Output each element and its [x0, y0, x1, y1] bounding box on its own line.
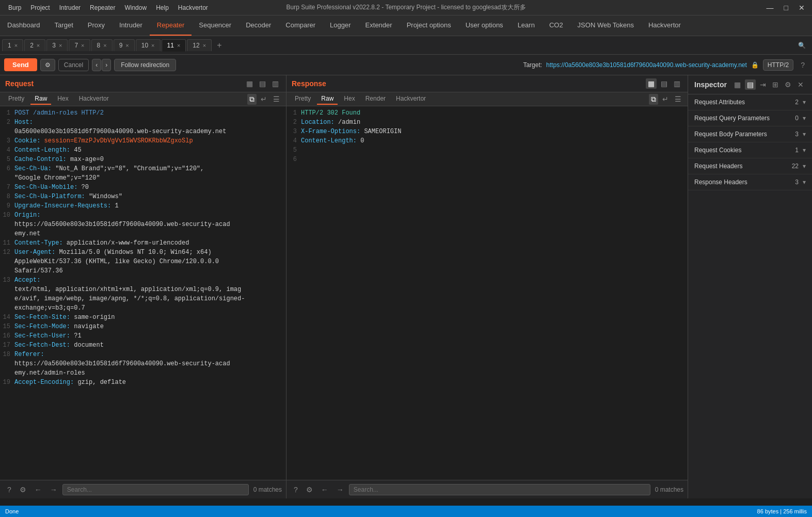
tab-10[interactable]: 10×	[136, 39, 161, 51]
request-help-icon[interactable]: ?	[4, 484, 14, 495]
inspector-view-list[interactable]: ▤	[745, 79, 756, 90]
response-tab-pretty[interactable]: Pretty	[291, 93, 315, 105]
tab-11-close[interactable]: ×	[177, 42, 180, 49]
request-tab-hex[interactable]: Hex	[53, 93, 72, 105]
nav-dashboard[interactable]: Dashboard	[0, 15, 47, 36]
nav-learn[interactable]: Learn	[511, 15, 542, 36]
inspector-view-grid[interactable]: ▦	[732, 79, 743, 90]
nav-project-options[interactable]: Project options	[400, 15, 458, 36]
nav-target[interactable]: Target	[47, 15, 81, 36]
inspector-row-request-headers[interactable]: Request Headers 22 ▾	[688, 158, 812, 174]
back-button[interactable]: ‹	[92, 59, 101, 71]
nav-repeater[interactable]: Repeater	[150, 15, 192, 36]
response-tab-render[interactable]: Render	[361, 93, 390, 105]
response-bottom-bar: ? ⚙ ← → 0 matches	[286, 480, 688, 498]
nav-decoder[interactable]: Decoder	[238, 15, 278, 36]
request-settings-icon[interactable]: ⚙	[17, 484, 29, 495]
request-view-icon-2[interactable]: ▤	[257, 78, 268, 89]
tab-8-close[interactable]: ×	[103, 42, 106, 49]
nav-logger[interactable]: Logger	[323, 15, 358, 36]
help-button[interactable]: ?	[798, 60, 808, 70]
response-tab-hackvertor[interactable]: Hackvertor	[392, 93, 430, 105]
nav-sequencer[interactable]: Sequencer	[192, 15, 238, 36]
tab-2[interactable]: 2×	[24, 39, 45, 51]
tab-8[interactable]: 8×	[91, 39, 113, 51]
nav-proxy[interactable]: Proxy	[81, 15, 112, 36]
tab-3-close[interactable]: ×	[59, 42, 62, 49]
response-settings-icon[interactable]: ⚙	[303, 484, 316, 495]
response-icon-menu[interactable]: ☰	[673, 94, 683, 105]
inspector-settings[interactable]: ⚙	[783, 79, 793, 90]
tab-2-close[interactable]: ×	[37, 42, 40, 49]
tab-11[interactable]: 11×	[162, 39, 186, 52]
tab-search-button[interactable]: 🔍	[794, 40, 810, 51]
inspector-close[interactable]: ✕	[795, 79, 806, 90]
tab-12[interactable]: 12×	[187, 39, 212, 51]
menu-window[interactable]: Window	[120, 3, 151, 12]
response-help-icon[interactable]: ?	[291, 484, 301, 495]
request-icon-wrap[interactable]: ↵	[259, 94, 269, 105]
response-prev-icon[interactable]: ←	[318, 484, 331, 495]
maximize-button[interactable]: □	[781, 3, 791, 13]
request-search-input[interactable]	[62, 484, 249, 495]
request-icon-menu[interactable]: ☰	[271, 94, 282, 105]
response-search-input[interactable]	[349, 484, 650, 495]
response-icon-copy[interactable]: ⧉	[649, 94, 658, 105]
send-options-button[interactable]: ⚙	[40, 59, 55, 71]
inspector-row-cookies[interactable]: Request Cookies 1 ▾	[688, 142, 812, 158]
nav-hackvertor[interactable]: Hackvertor	[641, 15, 688, 36]
nav-json-web-tokens[interactable]: JSON Web Tokens	[570, 15, 641, 36]
close-button[interactable]: ✕	[795, 3, 808, 13]
nav-co2[interactable]: CO2	[542, 15, 570, 36]
tab-12-close[interactable]: ×	[203, 42, 206, 49]
nav-user-options[interactable]: User options	[458, 15, 511, 36]
menu-burp[interactable]: Burp	[4, 3, 25, 12]
response-tab-hex[interactable]: Hex	[340, 93, 359, 105]
nav-comparer[interactable]: Comparer	[278, 15, 323, 36]
minimize-button[interactable]: —	[763, 3, 777, 13]
response-next-icon[interactable]: →	[333, 484, 347, 495]
menu-repeater[interactable]: Repeater	[86, 3, 119, 12]
menu-intruder[interactable]: Intruder	[55, 3, 85, 12]
tab-3[interactable]: 3×	[46, 39, 68, 51]
cancel-button[interactable]: Cancel	[58, 59, 89, 71]
response-view-icon-3[interactable]: ▥	[672, 78, 682, 89]
request-prev-icon[interactable]: ←	[31, 484, 45, 495]
inspector-row-query-params[interactable]: Request Query Parameters 0 ▾	[688, 110, 812, 126]
response-icon-wrap[interactable]: ↵	[660, 94, 671, 105]
http-version-selector[interactable]: HTTP/2	[763, 59, 793, 71]
request-tab-hackvertor[interactable]: Hackvertor	[75, 93, 113, 105]
send-button[interactable]: Send	[4, 58, 37, 71]
follow-redirection-button[interactable]: Follow redirection	[114, 59, 176, 71]
request-view-icon-3[interactable]: ▥	[270, 78, 281, 89]
inspector-row-response-headers[interactable]: Response Headers 3 ▾	[688, 174, 812, 190]
tab-1-close[interactable]: ×	[14, 42, 18, 49]
tab-9-close[interactable]: ×	[125, 42, 129, 49]
request-next-icon[interactable]: →	[47, 484, 60, 495]
tab-10-close[interactable]: ×	[151, 42, 154, 49]
nav-extender[interactable]: Extender	[358, 15, 400, 36]
nav-intruder[interactable]: Intruder	[112, 15, 150, 36]
inspector-expand[interactable]: ⊞	[770, 79, 781, 90]
response-view-icon-2[interactable]: ▤	[659, 78, 670, 89]
request-tab-raw[interactable]: Raw	[30, 93, 51, 105]
code-line: 19Accept-Encoding: gzip, deflate	[0, 378, 286, 387]
response-tab-raw[interactable]: Raw	[317, 93, 338, 105]
tab-1[interactable]: 1×	[2, 39, 23, 51]
tab-9[interactable]: 9×	[114, 39, 135, 51]
menu-hackvertor[interactable]: Hackvertor	[174, 3, 212, 12]
request-view-icon-1[interactable]: ▦	[244, 78, 255, 89]
response-view-icon-1[interactable]: ▦	[646, 78, 657, 89]
inspector-row-body-params[interactable]: Request Body Parameters 3 ▾	[688, 126, 812, 142]
request-tabs: Pretty Raw Hex Hackvertor ⧉ ↵ ☰	[0, 92, 286, 106]
tab-7[interactable]: 7×	[69, 39, 90, 51]
menu-project[interactable]: Project	[26, 3, 54, 12]
inspector-row-request-attributes[interactable]: Request Attributes 2 ▾	[688, 94, 812, 110]
tab-7-close[interactable]: ×	[81, 42, 84, 49]
inspector-indent[interactable]: ⇥	[758, 79, 768, 90]
request-icon-copy[interactable]: ⧉	[247, 94, 257, 105]
request-tab-pretty[interactable]: Pretty	[4, 93, 28, 105]
menu-help[interactable]: Help	[152, 3, 173, 12]
forward-button[interactable]: ›	[102, 59, 111, 71]
new-tab-button[interactable]: +	[213, 39, 226, 52]
